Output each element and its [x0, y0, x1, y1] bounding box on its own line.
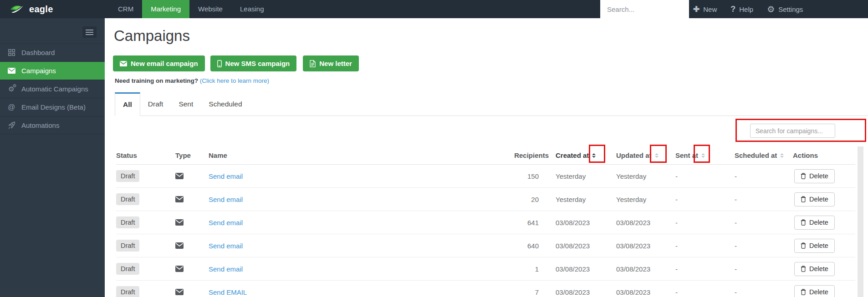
plus-icon: ✚ — [693, 5, 700, 14]
actions-cell: Delete — [793, 192, 855, 206]
status-badge: Draft — [116, 216, 139, 228]
name-cell: Send email — [209, 242, 507, 250]
question-icon: ? — [730, 5, 735, 14]
campaign-name-link[interactable]: Send email — [209, 172, 243, 180]
envelope-icon — [6, 68, 16, 74]
status-cell: Draft — [116, 170, 175, 182]
vertical-scrollbar[interactable] — [858, 146, 863, 297]
created-at-cell: Yesterday — [550, 196, 616, 203]
table-row: Draft Send email 20 Yesterday Yesterday … — [116, 188, 855, 211]
column-header-actions: Actions — [793, 151, 855, 159]
column-header-created-at[interactable]: Created at — [550, 151, 616, 159]
sidebar-item-campaigns[interactable]: Campaigns — [0, 61, 105, 80]
new-email-campaign-button[interactable]: New email campaign — [113, 55, 205, 71]
document-icon — [310, 60, 316, 67]
delete-button[interactable]: Delete — [794, 239, 835, 253]
created-at-cell: 03/08/2023 — [550, 242, 616, 250]
settings-button[interactable]: ⚙ Settings — [767, 4, 803, 15]
delete-button-label: Delete — [809, 242, 828, 249]
column-header-updated-at[interactable]: Updated at — [616, 151, 675, 159]
column-header-status: Status — [116, 151, 175, 159]
created-at-cell: 03/08/2023 — [550, 288, 616, 296]
name-cell: Send email — [209, 196, 507, 203]
name-cell: Send email — [209, 172, 507, 180]
status-cell: Draft — [116, 263, 175, 275]
new-sms-campaign-button[interactable]: New SMS campaign — [210, 55, 297, 71]
campaign-name-link[interactable]: Send email — [209, 242, 243, 250]
column-header-scheduled-at[interactable]: Scheduled at — [735, 151, 793, 159]
status-cell: Draft — [116, 193, 175, 205]
sidebar-item-label: Automations — [21, 121, 59, 129]
campaign-name-link[interactable]: Send EMAIL — [209, 288, 247, 296]
sidebar-item-automations[interactable]: Automations — [0, 116, 105, 134]
training-link[interactable]: (Click here to learn more) — [200, 77, 269, 84]
help-button[interactable]: ? Help — [730, 5, 753, 14]
table-row: Draft Send email 150 Yesterday Yesterday… — [116, 165, 855, 188]
delete-button[interactable]: Delete — [794, 192, 835, 206]
topnav-item-website[interactable]: Website — [189, 0, 231, 18]
actions-cell: Delete — [793, 239, 855, 253]
delete-button[interactable]: Delete — [794, 169, 835, 183]
created-at-cell: 03/08/2023 — [550, 219, 616, 227]
email-type-icon — [175, 266, 184, 272]
delete-button-label: Delete — [809, 196, 828, 203]
rocket-icon — [6, 121, 16, 129]
recipients-cell: 20 — [507, 196, 550, 203]
campaign-search-input[interactable] — [750, 124, 835, 138]
topnav-item-crm[interactable]: CRM — [109, 0, 142, 18]
column-header-sent-at[interactable]: Sent at — [675, 151, 735, 159]
recipients-cell: 1 — [507, 265, 550, 273]
new-button[interactable]: ✚ New — [693, 5, 717, 14]
tab-scheduled[interactable]: Scheduled — [201, 92, 250, 116]
status-badge: Draft — [116, 286, 139, 297]
recipients-cell: 640 — [507, 242, 550, 250]
trash-icon — [801, 289, 806, 295]
sidebar-collapse-button[interactable] — [82, 26, 97, 38]
sidebar-item-automatic-campaigns[interactable]: ⚙⚙ Automatic Campaigns — [0, 80, 105, 98]
topbar: eagle CRM Marketing Website Leasing ✚ Ne… — [0, 0, 868, 18]
status-badge: Draft — [116, 240, 139, 252]
sidebar-item-label: Email Designs (Beta) — [21, 103, 86, 111]
campaign-table-header: Status Type Name Recipients Created at U… — [116, 146, 855, 165]
campaign-name-link[interactable]: Send email — [209, 219, 243, 227]
scheduled-at-cell: - — [735, 288, 793, 296]
sidebar-item-dashboard[interactable]: Dashboard — [0, 43, 105, 61]
scheduled-at-cell: - — [735, 172, 793, 180]
new-letter-button[interactable]: New letter — [303, 55, 359, 71]
grid-icon — [6, 49, 16, 56]
topnav-item-marketing[interactable]: Marketing — [142, 0, 189, 18]
sidebar-item-email-designs[interactable]: @ Email Designs (Beta) — [0, 98, 105, 116]
app-logo[interactable]: eagle — [9, 0, 53, 18]
status-cell: Draft — [116, 286, 175, 297]
recipients-cell: 150 — [507, 172, 550, 180]
type-cell — [175, 173, 209, 179]
updated-at-cell: Yesterday — [616, 172, 675, 180]
topnav-item-leasing[interactable]: Leasing — [231, 0, 273, 18]
delete-button[interactable]: Delete — [794, 285, 835, 297]
delete-button[interactable]: Delete — [794, 262, 835, 276]
updated-at-cell: 03/08/2023 — [616, 219, 675, 227]
delete-button-label: Delete — [809, 288, 828, 296]
trash-icon — [801, 242, 806, 249]
global-search-input[interactable] — [600, 0, 689, 18]
actions-cell: Delete — [793, 169, 855, 183]
column-header-type: Type — [175, 151, 209, 159]
campaign-table-body: Draft Send email 150 Yesterday Yesterday… — [116, 165, 855, 297]
status-badge: Draft — [116, 193, 139, 205]
tab-draft[interactable]: Draft — [140, 92, 171, 116]
app-logo-text: eagle — [29, 4, 53, 15]
delete-button[interactable]: Delete — [794, 216, 835, 230]
sidebar-menu: Dashboard Campaigns ⚙⚙ Automatic Campaig… — [0, 43, 105, 134]
campaign-name-link[interactable]: Send email — [209, 265, 243, 273]
tab-sent[interactable]: Sent — [171, 92, 201, 116]
delete-button-label: Delete — [809, 172, 828, 180]
new-button-label: New — [703, 5, 717, 13]
name-cell: Send email — [209, 219, 507, 227]
campaign-name-link[interactable]: Send email — [209, 196, 243, 203]
page-title: Campaigns — [114, 27, 190, 45]
sort-icon — [655, 153, 659, 158]
created-at-cell: 03/08/2023 — [550, 265, 616, 273]
tab-all[interactable]: All — [115, 92, 140, 116]
hamburger-icon — [86, 30, 93, 30]
table-row: Draft Send email 640 03/08/2023 03/08/20… — [116, 234, 855, 257]
